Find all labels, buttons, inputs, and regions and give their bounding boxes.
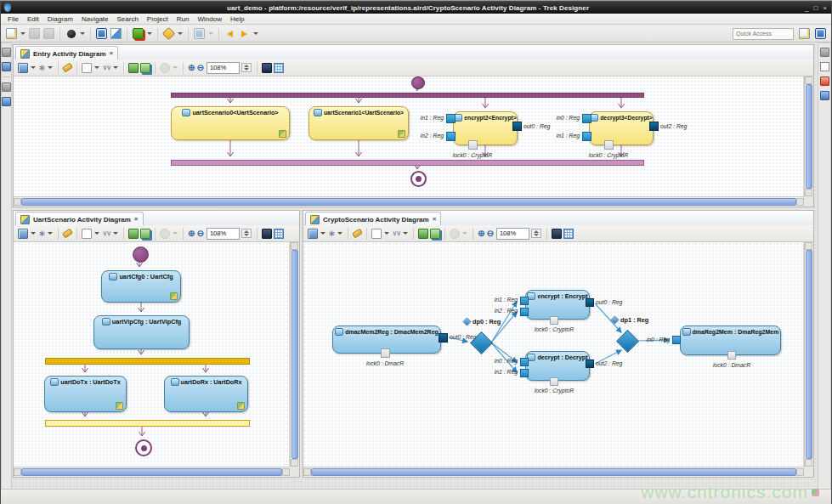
menu-project[interactable]: Project (143, 14, 173, 24)
pin-lock0[interactable] (727, 351, 736, 360)
close-icon[interactable]: × (134, 216, 139, 223)
pin-out2[interactable] (586, 360, 594, 368)
fork-bar[interactable] (45, 358, 250, 365)
node-uartScenario0[interactable]: uartScenario0<UartScenario> (171, 106, 290, 140)
pin-in1[interactable] (446, 114, 456, 123)
shape-dropdown-icon[interactable] (384, 232, 389, 235)
refresh-icon[interactable]: ∗ (328, 229, 335, 238)
initial-node[interactable] (133, 246, 149, 263)
pin-lock0[interactable] (381, 348, 390, 358)
node-uartVipCfg[interactable]: uartVipCfg : UartVipCfg (93, 315, 190, 349)
node-encrypt[interactable]: encrypt : Encrypt (525, 290, 590, 320)
entry-hscrollbar[interactable] (14, 196, 804, 207)
node-decrypt3[interactable]: decrypt3<Decrypt> (589, 111, 654, 145)
outline-view-icon[interactable] (820, 62, 829, 71)
new-wizard-dropdown-icon[interactable] (20, 32, 25, 35)
shape-style-icon[interactable] (371, 229, 382, 239)
fork-bar[interactable] (171, 93, 644, 98)
shape-style-icon[interactable] (82, 229, 92, 239)
zoom-in-icon[interactable]: ⊕ (478, 229, 484, 238)
export-image-icon[interactable] (128, 229, 139, 239)
minimize-button[interactable]: _ (805, 4, 808, 12)
open-perspective-icon[interactable] (799, 28, 810, 39)
pin-out0[interactable] (439, 333, 448, 343)
close-icon[interactable]: × (433, 216, 437, 223)
menu-diagram[interactable]: Diagram (43, 14, 77, 24)
export-diagram-icon[interactable] (140, 63, 150, 73)
export-image-icon[interactable] (128, 63, 139, 73)
join-bar[interactable] (45, 420, 250, 427)
wand-icon[interactable] (62, 228, 73, 238)
scroll-thumb[interactable] (291, 250, 298, 459)
close-icon[interactable]: × (110, 50, 114, 57)
arrange-icon[interactable]: ∨∨ (102, 230, 110, 237)
export-diagram-icon[interactable] (430, 229, 440, 239)
layout-dropdown-icon[interactable] (320, 232, 325, 235)
zoom-spinner[interactable] (241, 63, 252, 72)
scroll-left-button[interactable] (14, 468, 21, 476)
zoom-out-icon[interactable]: ⊖ (197, 229, 204, 238)
minimized-view-icon[interactable] (820, 48, 829, 57)
zoom-level-input[interactable]: 108% (496, 228, 529, 240)
scroll-right-button[interactable] (796, 198, 804, 206)
zoom-out-icon[interactable]: ⊖ (487, 229, 494, 238)
shape-dropdown-icon[interactable] (94, 232, 99, 235)
launch-dropdown-icon[interactable] (147, 32, 152, 35)
pin-out0[interactable] (586, 298, 594, 307)
zoom-level-input[interactable]: 108% (207, 62, 240, 74)
menu-search[interactable]: Search (113, 14, 143, 24)
wand-icon[interactable] (352, 228, 363, 238)
save-all-icon[interactable] (42, 27, 55, 40)
menu-window[interactable]: Window (193, 14, 225, 24)
pin-in1[interactable] (582, 132, 591, 141)
pin-out0[interactable] (512, 122, 522, 131)
scroll-thumb[interactable] (21, 468, 282, 476)
refresh-dropdown-icon[interactable] (48, 232, 53, 235)
pin-in1[interactable] (520, 297, 529, 305)
refresh-dropdown-icon[interactable] (337, 232, 342, 235)
restore-view-icon[interactable] (2, 97, 11, 106)
grid-icon[interactable] (563, 229, 574, 239)
run-dropdown-icon[interactable] (80, 32, 85, 35)
pin-out2[interactable] (649, 122, 659, 131)
pin-lock0[interactable] (604, 140, 614, 150)
menu-file[interactable]: File (3, 14, 23, 24)
node-uartDoRx[interactable]: uartDoRx : UartDoRx (164, 376, 248, 412)
scroll-up-button[interactable] (805, 76, 812, 84)
zoom-spinner[interactable] (531, 229, 541, 238)
initial-node[interactable] (411, 76, 425, 89)
zoom-in-icon[interactable]: ⊕ (188, 64, 195, 72)
export-diagram-icon[interactable] (140, 229, 150, 239)
report-icon[interactable] (110, 27, 122, 40)
forward-dropdown-icon[interactable] (253, 32, 258, 35)
scroll-right-button[interactable] (796, 468, 804, 476)
menu-navigate[interactable]: Navigate (77, 14, 113, 24)
layout-icon[interactable] (308, 229, 318, 239)
scroll-thumb[interactable] (311, 468, 796, 476)
minimized-view-icon[interactable] (2, 48, 11, 57)
snapshot-icon[interactable] (262, 229, 272, 239)
arrange-dropdown-icon[interactable] (403, 232, 408, 235)
menu-run[interactable]: Run (173, 14, 194, 24)
scroll-down-button[interactable] (805, 189, 812, 196)
launch-icon[interactable] (132, 27, 144, 40)
uart-canvas[interactable]: uartCfg0 : UartCfg uartVipCfg : UartVipC… (14, 242, 290, 467)
run-icon[interactable] (65, 27, 77, 40)
export-image-icon[interactable] (418, 229, 428, 239)
maximize-button[interactable]: □ (813, 4, 818, 12)
scroll-right-button[interactable] (282, 468, 290, 476)
final-node[interactable] (410, 171, 427, 187)
zoom-in-icon[interactable]: ⊕ (188, 229, 195, 238)
current-perspective-icon[interactable] (815, 28, 826, 39)
back-icon[interactable] (224, 27, 236, 40)
scroll-thumb[interactable] (21, 198, 796, 206)
pin-lock0[interactable] (550, 377, 558, 386)
scroll-thumb[interactable] (806, 84, 812, 189)
refresh-icon[interactable]: ∗ (38, 64, 45, 72)
edge[interactable] (491, 312, 517, 343)
scroll-down-button[interactable] (291, 459, 298, 467)
join-bar[interactable] (171, 160, 644, 166)
refresh-icon[interactable]: ∗ (38, 229, 45, 238)
layout-dropdown-icon[interactable] (31, 232, 36, 235)
uart-vscrollbar[interactable] (290, 242, 299, 467)
